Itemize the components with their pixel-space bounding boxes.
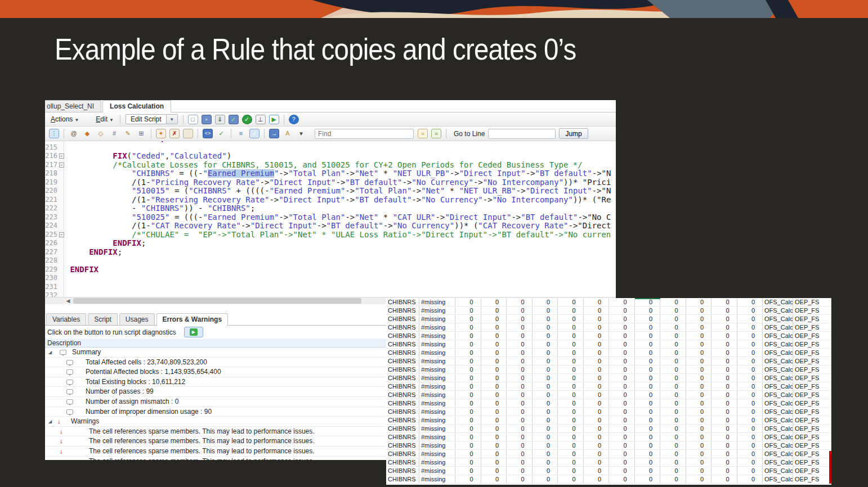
cell-zero[interactable]: 0: [533, 323, 558, 331]
goto-line-input[interactable]: [488, 129, 556, 139]
cell-zero[interactable]: 0: [686, 366, 712, 373]
table-row[interactable]: CHIBNRS#missing000000000000OFS_CalcuOEP_…: [386, 408, 831, 416]
cell-zero[interactable]: 0: [507, 306, 533, 314]
cell-zero[interactable]: 0: [635, 306, 661, 314]
cell-rule[interactable]: OFS_Calcu: [763, 323, 793, 331]
code-line-226[interactable]: 226 ENDFIX;: [45, 239, 616, 248]
cell-zero[interactable]: 0: [481, 366, 507, 373]
cell-zero[interactable]: 0: [609, 340, 635, 348]
cell-rule[interactable]: OFS_Calcu: [763, 357, 793, 365]
cell-zero[interactable]: 0: [455, 340, 481, 348]
member-properties-icon[interactable]: #: [109, 129, 119, 138]
table-row[interactable]: CHIBNRS#missing000000000000OFS_CalcuOEP_…: [386, 425, 831, 433]
cell-member[interactable]: CHIBNRS: [386, 340, 419, 348]
cell-zero[interactable]: 0: [737, 332, 763, 340]
cell-zero[interactable]: 0: [558, 349, 584, 357]
cell-rule[interactable]: OFS_Calcu: [763, 458, 793, 466]
cell-zero[interactable]: 0: [712, 475, 737, 483]
cell-zero[interactable]: 0: [584, 306, 610, 314]
cell-zero[interactable]: 0: [584, 433, 610, 441]
cell-zero[interactable]: 0: [533, 433, 558, 441]
cell-scenario[interactable]: OEP_FS: [793, 450, 831, 458]
cell-zero[interactable]: 0: [533, 416, 558, 424]
cell-zero[interactable]: 0: [737, 323, 763, 331]
cell-zero[interactable]: 0: [507, 399, 533, 407]
cell-zero[interactable]: 0: [660, 382, 686, 390]
cell-scenario[interactable]: OEP_FS: [793, 349, 831, 357]
cleanup-icon[interactable]: A: [283, 129, 293, 138]
cell-zero[interactable]: 0: [584, 408, 610, 416]
cell-zero[interactable]: 0: [712, 366, 737, 373]
cell-zero[interactable]: 0: [481, 306, 507, 314]
cell-zero[interactable]: 0: [660, 323, 686, 331]
cell-zero[interactable]: 0: [660, 340, 686, 348]
table-row[interactable]: CHIBNRS#missing000000000000OFS_CalcuOEP_…: [386, 374, 831, 382]
cell-scenario[interactable]: OEP_FS: [793, 425, 831, 432]
cell-zero[interactable]: 0: [712, 416, 737, 424]
debug-icon[interactable]: →: [269, 129, 279, 138]
cell-zero[interactable]: 0: [635, 416, 661, 424]
cell-zero[interactable]: 0: [635, 323, 661, 331]
cell-zero[interactable]: 0: [686, 306, 712, 314]
cell-scenario[interactable]: OEP_FS: [793, 416, 831, 424]
cell-zero[interactable]: 0: [558, 374, 584, 382]
cell-member[interactable]: CHIBNRS: [386, 467, 419, 475]
dropdown-arrow-icon[interactable]: ▾: [296, 129, 306, 138]
cell-zero[interactable]: 0: [533, 391, 558, 399]
code-line-224[interactable]: 224 /(1-"CAT Recovery Rate"->"Direct Inp…: [45, 222, 616, 231]
jump-button[interactable]: Jump: [559, 128, 588, 139]
cell-zero[interactable]: 0: [609, 467, 635, 475]
table-row[interactable]: CHIBNRS#missing000000000000OFS_CalcuOEP_…: [386, 399, 831, 408]
cell-zero[interactable]: 0: [481, 425, 507, 432]
cell-zero[interactable]: 0: [635, 366, 661, 373]
cell-zero[interactable]: 0: [609, 366, 635, 373]
member-selector-icon[interactable]: ⋮: [49, 129, 59, 138]
cell-zero[interactable]: 0: [584, 441, 610, 449]
cell-zero[interactable]: 0: [584, 366, 610, 373]
cell-member[interactable]: CHIBNRS: [386, 382, 419, 390]
cell-rule[interactable]: OFS_Calcu: [763, 425, 793, 432]
cell-zero[interactable]: 0: [712, 306, 737, 314]
validate-script-icon[interactable]: ✓: [216, 129, 226, 138]
cell-zero[interactable]: 0: [609, 450, 635, 458]
code-line-216[interactable]: 216− FIX("Ceded","Calculated"): [45, 152, 616, 161]
cell-member[interactable]: CHIBNRS: [386, 399, 419, 407]
cell-zero[interactable]: 0: [609, 349, 635, 357]
cell-rule[interactable]: OFS_Calcu: [763, 433, 793, 441]
comment-add-icon[interactable]: ✦: [156, 129, 166, 138]
cell-zero[interactable]: 0: [712, 340, 737, 348]
cell-zero[interactable]: 0: [660, 391, 686, 399]
cell-zero[interactable]: 0: [609, 315, 635, 323]
cell-zero[interactable]: 0: [712, 408, 737, 416]
cell-missing[interactable]: #missing: [419, 450, 455, 458]
cell-missing[interactable]: #missing: [419, 306, 455, 314]
cell-zero[interactable]: 0: [558, 475, 584, 483]
cell-zero[interactable]: 0: [507, 374, 533, 382]
expand-icon[interactable]: ◢: [48, 348, 52, 358]
cell-zero[interactable]: 0: [455, 374, 481, 382]
collapse-icon[interactable]: −: [59, 163, 64, 168]
cell-zero[interactable]: 0: [533, 441, 558, 449]
cell-zero[interactable]: 0: [737, 425, 763, 432]
cell-zero[interactable]: 0: [584, 391, 610, 399]
cell-zero[interactable]: 0: [481, 433, 507, 441]
bottom-tab-usages[interactable]: Usages: [119, 313, 155, 325]
cell-zero[interactable]: 0: [737, 433, 763, 441]
source-view-icon[interactable]: <>: [203, 129, 213, 138]
cell-zero[interactable]: 0: [737, 315, 763, 323]
cell-missing[interactable]: #missing: [419, 416, 455, 424]
cell-zero[interactable]: 0: [481, 399, 507, 407]
cell-zero[interactable]: 0: [455, 366, 481, 373]
cell-zero[interactable]: 0: [712, 298, 737, 306]
cell-scenario[interactable]: OEP_FS: [793, 467, 831, 475]
cell-zero[interactable]: 0: [481, 349, 507, 357]
search-forward-icon[interactable]: »: [418, 129, 428, 138]
script-mode-select[interactable]: Edit Script ▼: [126, 114, 178, 124]
cell-zero[interactable]: 0: [507, 340, 533, 348]
cell-zero[interactable]: 0: [584, 475, 610, 483]
code-line-222[interactable]: 222 - "CHIBNRS")) - "CHIBNRS";: [45, 204, 616, 213]
cell-zero[interactable]: 0: [712, 349, 737, 357]
cell-zero[interactable]: 0: [635, 382, 661, 390]
cell-rule[interactable]: OFS_Calcu: [763, 315, 793, 323]
cell-zero[interactable]: 0: [507, 467, 533, 475]
